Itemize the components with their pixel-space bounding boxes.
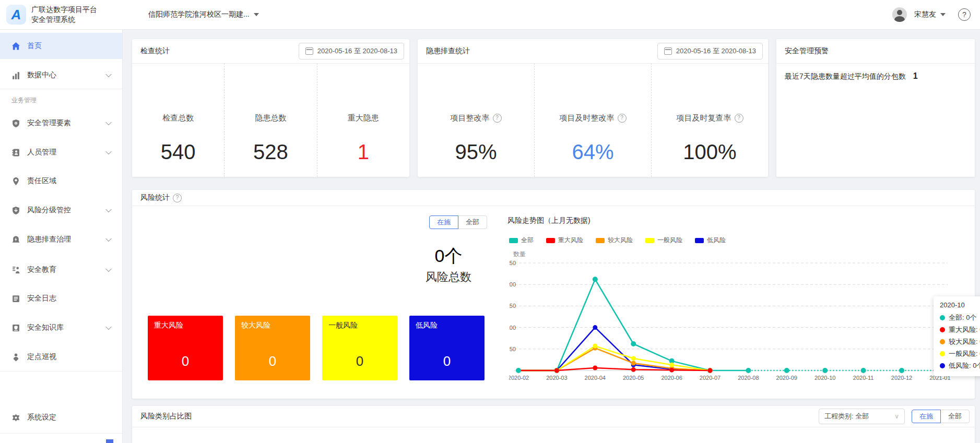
sidebar-item-label: 数据中心 bbox=[27, 70, 56, 80]
date-range-value: 2020-05-16 至 2020-08-13 bbox=[676, 46, 756, 56]
app-logo: A bbox=[6, 5, 26, 25]
svg-text:2020-08: 2020-08 bbox=[738, 375, 759, 381]
toggle-all[interactable]: 全部 bbox=[458, 215, 487, 229]
svg-text:200: 200 bbox=[509, 281, 516, 288]
risk-scope-toggle: 在施 全部 bbox=[429, 215, 487, 229]
stat-total-hazards: 隐患总数 528 bbox=[224, 63, 316, 177]
sidebar-item-safety-education[interactable]: 安全教育 bbox=[0, 257, 122, 283]
toggle-all[interactable]: 全部 bbox=[940, 410, 970, 423]
stat-label: 重大隐患 bbox=[317, 113, 409, 123]
sidebar-item-responsibility-area[interactable]: 责任区域 bbox=[0, 168, 122, 194]
svg-text:2020-04: 2020-04 bbox=[585, 375, 606, 381]
card-header: 风险统计? bbox=[132, 190, 975, 206]
risk-box-major: 重大风险 0 bbox=[148, 316, 223, 380]
shield-arrow-icon bbox=[11, 206, 20, 215]
legend-swatch-icon bbox=[645, 238, 654, 243]
bar-chart-icon bbox=[11, 71, 20, 80]
toggle-in-progress[interactable]: 在施 bbox=[912, 410, 941, 423]
risk-box-value: 0 bbox=[235, 353, 310, 369]
risk-box-label: 较大风险 bbox=[241, 321, 270, 330]
project-selector[interactable]: 信阳师范学院淮河校区一期建... bbox=[148, 0, 259, 29]
help-icon[interactable]: ? bbox=[618, 114, 627, 123]
sidebar-item-personnel[interactable]: 人员管理 bbox=[0, 139, 122, 165]
date-range-picker[interactable]: 2020-05-16 至 2020-08-13 bbox=[299, 43, 404, 59]
series-dot bbox=[940, 351, 945, 356]
date-range-value: 2020-05-16 至 2020-08-13 bbox=[317, 46, 397, 56]
legend-item[interactable]: 重大风险 bbox=[546, 236, 583, 245]
logo-letter: A bbox=[11, 7, 21, 23]
chevron-down-icon bbox=[105, 119, 111, 125]
trend-chart-title: 风险走势图（上月无数据) bbox=[507, 216, 591, 225]
book-icon bbox=[11, 324, 20, 332]
sidebar-item-knowledge-base[interactable]: 安全知识库 bbox=[0, 315, 122, 341]
risk-box-label: 重大风险 bbox=[154, 321, 183, 330]
sidebar-item-label: 安全知识库 bbox=[27, 323, 64, 332]
project-selector-label: 信阳师范学院淮河校区一期建... bbox=[148, 10, 250, 19]
svg-text:2020-07: 2020-07 bbox=[700, 375, 721, 381]
sidebar-item-label: 系统设定 bbox=[27, 413, 56, 422]
floating-widget-stub[interactable] bbox=[106, 439, 113, 443]
sidebar-item-fixed-patrol[interactable]: 定点巡视 bbox=[0, 344, 122, 370]
toggle-in-progress[interactable]: 在施 bbox=[429, 215, 458, 229]
sidebar-item-label: 定点巡视 bbox=[27, 352, 56, 362]
sidebar-item-label: 责任区域 bbox=[27, 176, 56, 186]
card-title: 安全管理预警 bbox=[785, 46, 829, 56]
sidebar-item-safety-elements[interactable]: 安全管理要素 bbox=[0, 110, 122, 136]
header-right: 宋慧友 ? bbox=[892, 0, 971, 29]
sidebar-item-label: 首页 bbox=[27, 41, 42, 51]
tooltip-row: 全部: 0个 bbox=[940, 312, 980, 324]
legend-item[interactable]: 全部 bbox=[509, 236, 534, 245]
sidebar-item-hazard-management[interactable]: 隐患排查治理 bbox=[0, 226, 122, 253]
legend-item[interactable]: 一般风险 bbox=[645, 236, 682, 245]
legend-swatch-icon bbox=[596, 238, 605, 243]
help-icon[interactable]: ? bbox=[735, 114, 743, 123]
help-icon[interactable]: ? bbox=[493, 114, 502, 123]
tooltip-row: 一般风险: 0个 bbox=[940, 348, 980, 360]
risk-box-value: 0 bbox=[409, 353, 485, 369]
hazard-stats-card: 隐患排查统计 2020-05-16 至 2020-08-13 项目整改率? 95… bbox=[418, 39, 768, 177]
safety-warning-card: 安全管理预警 最近7天隐患数量超过平均值的分包数 1 bbox=[776, 39, 975, 177]
legend-swatch-icon bbox=[509, 238, 518, 243]
sidebar-divider bbox=[0, 371, 122, 372]
tooltip-title: 2020-10 bbox=[940, 301, 980, 309]
legend-swatch-icon bbox=[695, 238, 704, 243]
help-icon[interactable]: ? bbox=[173, 194, 182, 202]
legend-item[interactable]: 较大风险 bbox=[596, 236, 633, 245]
svg-text:50: 50 bbox=[510, 346, 516, 352]
stat-timely-rectification-rate: 项目及时整改率? 64% bbox=[534, 63, 651, 177]
category-scope-toggle: 在施 全部 bbox=[912, 410, 970, 423]
svg-text:2020-12: 2020-12 bbox=[891, 375, 912, 381]
brand-line2: 安全管理系统 bbox=[31, 15, 97, 25]
risk-trend-chart[interactable]: 501001502002502020-022020-032020-042020-… bbox=[509, 256, 975, 391]
sidebar-divider bbox=[0, 433, 122, 434]
patrol-pin-icon bbox=[11, 353, 20, 362]
user-avatar-icon[interactable] bbox=[892, 7, 907, 22]
svg-text:100: 100 bbox=[509, 325, 516, 331]
help-icon[interactable]: ? bbox=[958, 8, 971, 21]
top-header: A 广联达数字项目平台 安全管理系统 信阳师范学院淮河校区一期建... 宋慧友 … bbox=[0, 0, 980, 30]
warning-row: 最近7天隐患数量超过平均值的分包数 1 bbox=[785, 71, 918, 81]
date-range-picker[interactable]: 2020-05-16 至 2020-08-13 bbox=[657, 43, 763, 59]
sidebar-item-label: 风险分级管控 bbox=[27, 206, 71, 215]
sidebar-item-data-center[interactable]: 数据中心 bbox=[0, 62, 122, 88]
legend-item[interactable]: 低风险 bbox=[695, 236, 726, 245]
card-header: 风险类别占比图 工程类别: 全部 ∨ 在施 全部 bbox=[132, 406, 975, 427]
risk-box-value: 0 bbox=[322, 353, 397, 369]
sidebar: 首页 数据中心 业务管理 安全管理要素 人员管理 责任区域 风险分级管控 bbox=[0, 29, 123, 443]
risk-stats-card: 风险统计? 在施 全部 0个 风险总数 重大风险 0 较大风险 0 一般风险 0… bbox=[132, 190, 975, 399]
gear-icon bbox=[11, 413, 20, 422]
sidebar-item-home[interactable]: 首页 bbox=[0, 33, 122, 59]
calendar-icon bbox=[305, 47, 313, 55]
card-title: 风险类别占比图 bbox=[140, 412, 192, 421]
svg-text:2020-03: 2020-03 bbox=[546, 375, 567, 381]
card-title: 检查统计 bbox=[140, 46, 170, 56]
user-menu[interactable]: 宋慧友 bbox=[914, 10, 946, 19]
sidebar-item-safety-log[interactable]: 安全日志 bbox=[0, 285, 122, 312]
sidebar-item-system-settings[interactable]: 系统设定 bbox=[0, 404, 122, 430]
project-type-dropdown[interactable]: 工程类别: 全部 ∨ bbox=[819, 409, 905, 424]
tooltip-row: 较大风险: 0个 bbox=[940, 336, 980, 348]
stat-total-inspections: 检查总数 540 bbox=[132, 63, 224, 177]
stat-rectification-rate: 项目整改率? 95% bbox=[418, 63, 534, 177]
chevron-down-icon bbox=[105, 207, 111, 212]
sidebar-item-risk-control[interactable]: 风险分级管控 bbox=[0, 197, 122, 223]
